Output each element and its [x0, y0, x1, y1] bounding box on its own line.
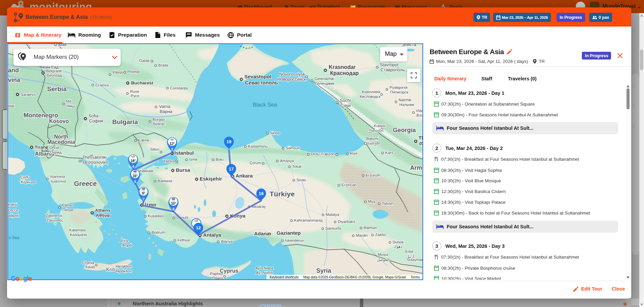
svg-text:Zakho: Zakho	[375, 233, 386, 237]
svg-text:Πάφος: Πάφος	[212, 276, 224, 279]
svg-text:Ordu: Ordu	[311, 152, 320, 156]
svg-text:Kahramanmaraş: Kahramanmaraş	[294, 218, 323, 222]
svg-text:Tatvan: Tatvan	[382, 201, 393, 205]
svg-text:Ηράκλειο: Ηράκλειο	[116, 269, 132, 273]
svg-text:Şanlıurfa: Şanlıurfa	[325, 226, 341, 230]
svg-text:Varna: Varna	[159, 104, 170, 109]
svg-text:Θεσσαλονίκη: Θεσσαλονίκη	[83, 160, 108, 165]
svg-text:Syria: Syria	[316, 267, 331, 274]
svg-text:Ниш: Ниш	[67, 104, 75, 108]
svg-text:North: North	[54, 134, 69, 140]
svg-text:19: 19	[227, 139, 231, 144]
svg-text:Zakinthos: Zakinthos	[46, 214, 63, 218]
svg-text:Greece: Greece	[74, 180, 97, 187]
svg-text:Nalchik: Nalchik	[399, 98, 411, 102]
svg-text:Mardin: Mardin	[356, 233, 368, 237]
svg-text:Stavropol: Stavropol	[380, 62, 398, 67]
svg-text:Геленджик: Геленджик	[315, 81, 335, 85]
svg-text:Kutaisi: Kutaisi	[374, 124, 386, 128]
svg-text:8: 8	[172, 207, 174, 211]
svg-text:Serbia: Serbia	[47, 85, 67, 92]
svg-text:Севастополь: Севастополь	[245, 80, 278, 85]
svg-text:Antalya: Antalya	[203, 232, 222, 238]
svg-text:Duhok: Duhok	[393, 240, 404, 244]
svg-text:Φηρά: Φηρά	[122, 243, 132, 247]
svg-text:Alanya: Alanya	[221, 239, 233, 243]
svg-text:ბათუმი: ბათუმი	[367, 141, 380, 146]
svg-text:2: 2	[171, 147, 173, 151]
svg-text:Kriti: Kriti	[106, 267, 115, 272]
svg-text:allipoli: allipoli	[8, 214, 19, 218]
svg-text:Ιωάννινα: Ιωάννινα	[51, 179, 66, 183]
svg-text:Bucharest: Bucharest	[131, 80, 154, 85]
svg-text:Rize: Rize	[350, 151, 358, 155]
svg-text:Krasnodar: Krasnodar	[329, 64, 356, 70]
svg-text:Heraklion: Heraklion	[116, 264, 132, 268]
svg-text:Samsun: Samsun	[286, 146, 300, 150]
svg-text:Πάτρα: Πάτρα	[63, 208, 74, 212]
svg-text:Ayia Napa: Ayia Napa	[255, 266, 273, 270]
svg-text:Χανιά: Χανιά	[85, 265, 95, 269]
svg-text:Пятигорск: Пятигорск	[390, 90, 409, 94]
svg-text:Craiova: Craiova	[95, 83, 109, 87]
svg-text:n Sea: n Sea	[9, 235, 19, 240]
svg-text:Sulaymaniyah: Sulaymaniyah	[407, 258, 422, 262]
svg-text:Сочи: Сочи	[340, 103, 351, 108]
svg-text:17: 17	[229, 166, 234, 171]
svg-text:Ставрополь: Ставрополь	[380, 67, 405, 72]
svg-text:Охрид: Охрид	[50, 150, 62, 154]
svg-text:Fethiye: Fethiye	[177, 238, 190, 242]
svg-text:Кисловодск: Кисловодск	[360, 94, 381, 99]
svg-text:Adana: Adana	[254, 231, 270, 236]
svg-text:Trabzon: Trabzon	[321, 152, 335, 156]
svg-text:Paphos: Paphos	[210, 272, 223, 276]
svg-text:Αγ. Νάπα: Αγ. Νάπα	[256, 271, 273, 275]
svg-text:Novorossiysk: Novorossiysk	[279, 72, 306, 77]
svg-text:Türkiye: Türkiye	[270, 190, 295, 198]
svg-text:თბ: თბ	[419, 140, 422, 146]
svg-text:Ploiești: Ploiești	[127, 70, 140, 74]
svg-text:Αθήνα: Αθήνα	[96, 213, 110, 218]
svg-text:Batman: Batman	[364, 226, 377, 230]
svg-text:Burgas: Burgas	[153, 117, 165, 121]
svg-text:Lecce: Lecce	[8, 208, 18, 212]
svg-text:10°: 10°	[171, 202, 176, 205]
svg-text:Sivas: Sivas	[296, 178, 306, 182]
svg-text:Sochi: Sochi	[340, 98, 351, 103]
svg-text:Constanța: Constanța	[170, 86, 188, 90]
svg-text:ქუთაისი: ქუთაისი	[368, 128, 384, 133]
svg-text:Patras: Patras	[62, 203, 73, 207]
svg-text:Влад: Влад	[416, 113, 422, 117]
svg-text:Београд: Београд	[47, 73, 62, 77]
svg-text:Çorum: Çorum	[249, 161, 261, 165]
svg-text:Yalova: Yalova	[163, 159, 175, 163]
svg-text:Malatya: Malatya	[326, 213, 339, 217]
svg-text:16°: 16°	[132, 174, 137, 178]
svg-text:Black Sea: Black Sea	[253, 102, 277, 108]
svg-text:7: 7	[143, 197, 145, 201]
svg-text:Κέρκυρα: Κέρκυρα	[21, 180, 36, 184]
svg-text:Erbil: Erbil	[405, 250, 413, 254]
svg-text:دهوك: دهوك	[393, 244, 402, 249]
svg-text:Belgrade: Belgrade	[46, 69, 62, 73]
svg-text:Ruse: Ruse	[130, 89, 139, 93]
svg-text:4: 4	[132, 164, 134, 168]
svg-text:Ζάκυνθος: Ζάκυνθος	[46, 218, 63, 222]
svg-text:Καλαμάτα: Καλαμάτα	[70, 233, 87, 237]
svg-text:Arad: Arad	[58, 44, 66, 47]
svg-text:Элиста: Элиста	[402, 44, 416, 47]
svg-text:София: София	[89, 118, 103, 123]
svg-text:İzmit: İzmit	[189, 157, 198, 161]
svg-text:Ankara: Ankara	[236, 173, 253, 179]
svg-text:Corfu: Corfu	[20, 175, 30, 179]
svg-text:Georgia: Georgia	[393, 127, 416, 133]
svg-text:Brăila: Brăila	[158, 63, 168, 67]
svg-text:Athens: Athens	[95, 208, 111, 213]
svg-text:Niš: Niš	[66, 99, 72, 103]
svg-text:Bolu: Bolu	[216, 157, 224, 161]
svg-text:vina: vina	[8, 77, 21, 83]
svg-text:Mosul: Mosul	[378, 253, 388, 257]
svg-text:Tokat: Tokat	[292, 164, 301, 168]
svg-text:Diyarbakır: Diyarbakır	[338, 220, 356, 224]
svg-text:Pitești: Pitești	[113, 70, 123, 74]
